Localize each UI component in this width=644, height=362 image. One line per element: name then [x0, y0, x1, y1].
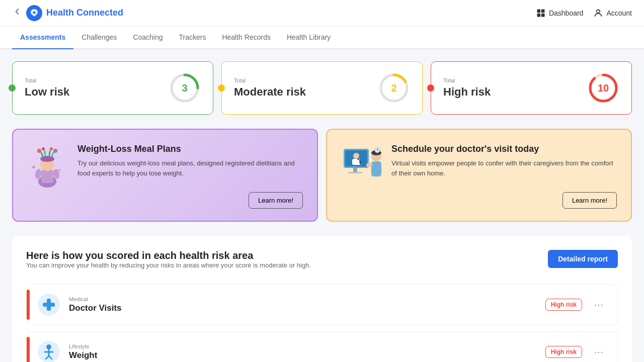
- doctor-visit-title: Schedule your doctor's visit today: [391, 144, 617, 154]
- meal-plans-card: ♥ ♥ Weight-Loss Meal Plans Try our delic…: [12, 129, 318, 222]
- moderate-risk-title: Moderate risk: [234, 85, 306, 99]
- health-item-weight: Lifestyle Weight High risk ⋯: [26, 331, 618, 362]
- doctor-visits-icon: [37, 293, 61, 317]
- score-subtitle: You can improve your health by reducing …: [26, 261, 311, 269]
- header-right: Dashboard Account: [536, 8, 632, 18]
- doctor-visits-indicator: [27, 290, 30, 320]
- high-risk-dot: [427, 84, 434, 92]
- back-button[interactable]: [12, 7, 22, 19]
- svg-rect-13: [41, 170, 53, 183]
- svg-text:♥: ♥: [58, 168, 61, 172]
- high-risk-value: 10: [598, 82, 609, 94]
- moderate-risk-dot: [218, 84, 225, 92]
- nav-item-challenges[interactable]: Challenges: [73, 26, 125, 49]
- moderate-risk-text: Total Moderate risk: [234, 77, 306, 99]
- doctor-visit-learn-button[interactable]: Learn more!: [562, 192, 617, 209]
- meal-plans-content: ♥ ♥ Weight-Loss Meal Plans Try our delic…: [27, 144, 303, 184]
- doctor-visit-desc: Virtual visits empower people to confer …: [391, 158, 617, 178]
- moderate-risk-value: 2: [391, 82, 396, 94]
- doctor-visit-card: Schedule your doctor's visit today Virtu…: [326, 129, 632, 222]
- score-header: Here is how you scored in each health ri…: [26, 250, 618, 281]
- header: Health Connected Dashboard Account: [0, 0, 644, 26]
- header-left: Health Connected: [12, 5, 123, 21]
- nav-item-trackers[interactable]: Trackers: [171, 26, 214, 49]
- score-title: Here is how you scored in each health ri…: [26, 250, 311, 261]
- nav-item-coaching[interactable]: Coaching: [125, 26, 171, 49]
- app-icon: [26, 5, 42, 21]
- low-risk-value: 3: [182, 82, 187, 94]
- doctor-visit-content: Schedule your doctor's visit today Virtu…: [341, 144, 617, 184]
- dashboard-link[interactable]: Dashboard: [536, 8, 584, 18]
- svg-point-28: [359, 161, 361, 163]
- weight-icon: [37, 340, 61, 362]
- high-risk-card: Total High risk 10: [431, 61, 632, 115]
- meal-plans-desc: Try our delicious weight-loss meal plans…: [77, 158, 303, 178]
- svg-text:♥: ♥: [32, 164, 35, 170]
- low-risk-label: Total: [25, 77, 69, 83]
- weight-risk-badge: High risk: [545, 346, 582, 358]
- doctor-visits-name: Doctor Visits: [69, 303, 537, 313]
- doctor-visit-image: [341, 144, 381, 184]
- weight-name: Weight: [69, 350, 537, 360]
- svg-point-18: [50, 147, 53, 150]
- score-header-text: Here is how you scored in each health ri…: [26, 250, 311, 281]
- low-risk-title: Low risk: [25, 85, 69, 99]
- high-risk-text: Total High risk: [443, 77, 491, 99]
- nav-item-health-records[interactable]: Health Records: [214, 26, 279, 49]
- svg-rect-37: [348, 172, 362, 173]
- nav-item-health-library[interactable]: Health Library: [279, 26, 339, 49]
- svg-rect-2: [541, 9, 545, 13]
- promo-cards-row: ♥ ♥ Weight-Loss Meal Plans Try our delic…: [12, 129, 632, 222]
- svg-rect-3: [537, 13, 540, 17]
- meal-plans-learn-button[interactable]: Learn more!: [249, 192, 303, 209]
- moderate-risk-card: Total Moderate risk 2: [221, 61, 423, 115]
- svg-point-16: [37, 149, 41, 153]
- svg-rect-4: [541, 13, 545, 17]
- svg-point-19: [53, 149, 57, 153]
- high-risk-label: Total: [443, 77, 491, 83]
- main-content: Total Low risk 3 Total Moderate risk: [0, 49, 644, 362]
- meal-plans-text: Weight-Loss Meal Plans Try our delicious…: [77, 144, 303, 184]
- doctor-visits-risk-badge: High risk: [545, 299, 582, 311]
- dashboard-icon: [536, 8, 546, 18]
- meal-plans-title: Weight-Loss Meal Plans: [77, 144, 303, 154]
- low-risk-card: Total Low risk 3: [12, 61, 213, 115]
- main-nav: Assessments Challenges Coaching Trackers…: [0, 26, 644, 49]
- risk-cards-row: Total Low risk 3 Total Moderate risk: [12, 61, 632, 115]
- doctor-visit-text: Schedule your doctor's visit today Virtu…: [391, 144, 617, 184]
- detailed-report-button[interactable]: Detailed report: [548, 250, 618, 268]
- doctor-visits-text: Medical Doctor Visits: [69, 296, 537, 313]
- low-risk-circle: 3: [169, 72, 201, 104]
- weight-indicator: [27, 337, 30, 362]
- svg-rect-40: [43, 303, 55, 307]
- weight-category: Lifestyle: [69, 343, 537, 349]
- nav-item-assessments[interactable]: Assessments: [12, 26, 73, 49]
- dashboard-label: Dashboard: [549, 9, 584, 17]
- meal-plans-image: ♥ ♥: [27, 144, 67, 184]
- svg-rect-31: [371, 161, 381, 176]
- weight-text: Lifestyle Weight: [69, 343, 537, 360]
- account-label: Account: [606, 9, 632, 17]
- moderate-risk-label: Total: [234, 77, 306, 83]
- weight-menu-button[interactable]: ⋯: [590, 344, 607, 359]
- svg-point-5: [597, 10, 600, 13]
- app-title: Health Connected: [46, 8, 123, 18]
- score-section: Here is how you scored in each health ri…: [12, 236, 632, 362]
- low-risk-text: Total Low risk: [25, 77, 69, 99]
- account-link[interactable]: Account: [593, 8, 632, 18]
- low-risk-dot: [9, 84, 16, 92]
- svg-point-17: [42, 147, 45, 150]
- doctor-visits-category: Medical: [69, 296, 537, 302]
- doctor-visits-menu-button[interactable]: ⋯: [590, 297, 607, 312]
- svg-point-26: [353, 153, 359, 159]
- high-risk-title: High risk: [443, 85, 491, 99]
- moderate-risk-circle: 2: [378, 72, 410, 104]
- health-item-doctor-visits: Medical Doctor Visits High risk ⋯: [26, 284, 618, 325]
- svg-rect-1: [537, 9, 540, 13]
- high-risk-circle: 10: [587, 72, 619, 104]
- account-icon: [593, 8, 603, 18]
- svg-rect-36: [353, 168, 357, 172]
